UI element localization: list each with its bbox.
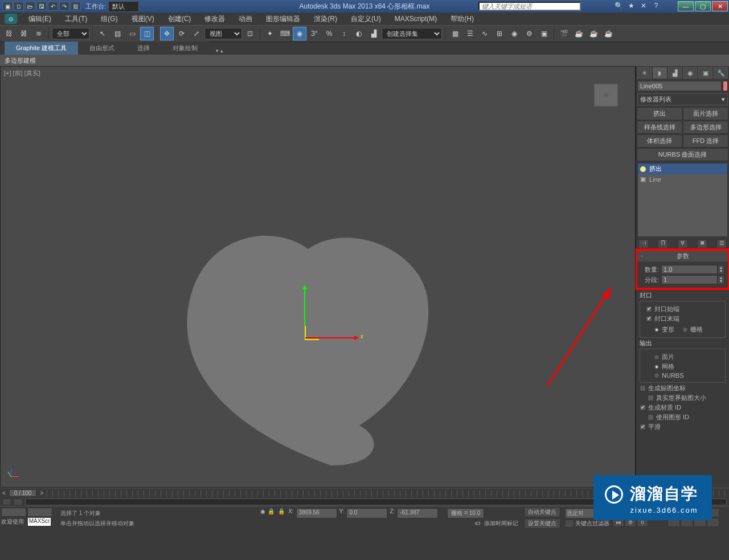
modifier-list-dropdown[interactable]: 修改器列表▾	[637, 93, 728, 105]
teapot2-icon[interactable]: ☕	[587, 27, 600, 40]
genmat-checkbox[interactable]: ✔	[640, 404, 646, 411]
output-nurbs-radio[interactable]	[654, 373, 660, 378]
color-swatch[interactable]	[723, 81, 728, 91]
cap-end-checkbox[interactable]: ✔	[646, 316, 652, 322]
help-icon[interactable]: ?	[652, 2, 661, 11]
material-editor-icon[interactable]: ◉	[507, 27, 521, 40]
undo-icon[interactable]: ↶	[48, 2, 58, 11]
new-icon[interactable]: 🗋	[14, 2, 24, 11]
iso-icon[interactable]: ◉	[260, 508, 265, 518]
key-icon[interactable]	[565, 520, 574, 528]
setkey-button[interactable]: 设置关键点	[524, 518, 560, 529]
help-search-input[interactable]	[478, 2, 581, 11]
modbtn-volsel[interactable]: 体积选择	[637, 134, 682, 148]
output-mesh-radio[interactable]	[654, 364, 660, 370]
trackbar-toggle-icon[interactable]	[2, 498, 11, 505]
mirror-icon[interactable]: ▟	[367, 27, 380, 40]
move-tool-icon[interactable]: ✥	[160, 27, 174, 40]
viewport[interactable]: [+] [前] [真实] x 前	[0, 66, 636, 488]
app-logo-icon[interactable]: ⊙	[5, 14, 17, 24]
search-icon[interactable]: 🔍	[614, 2, 623, 11]
lock2-icon[interactable]: 🔒	[278, 508, 286, 518]
named-selset-dropdown[interactable]: 创建选择集	[382, 28, 442, 39]
modify-tab-icon[interactable]: ◗	[653, 67, 667, 79]
stack-item-extrude[interactable]: 挤出	[638, 163, 727, 174]
keyboard-shortcut-icon[interactable]: ⌨	[278, 27, 292, 40]
viewcube[interactable]: 前	[594, 84, 618, 107]
utilities-tab-icon[interactable]: 🔧	[714, 67, 728, 79]
genmap-checkbox[interactable]	[640, 385, 646, 391]
snap-toggle-icon[interactable]: ◉	[293, 27, 306, 40]
menu-help[interactable]: 帮助(H)	[444, 13, 481, 26]
menu-customize[interactable]: 自定义(U)	[344, 13, 388, 26]
menu-modifiers[interactable]: 修改器	[198, 13, 232, 26]
menu-group[interactable]: 组(G)	[94, 13, 124, 26]
display-tab-icon[interactable]: ▣	[698, 67, 712, 79]
timetag-icon[interactable]: 🏷	[475, 520, 481, 526]
modifier-stack[interactable]: 挤出 ▣Line	[637, 163, 728, 237]
schematic-icon[interactable]: ⊞	[493, 27, 506, 40]
render-prod-icon[interactable]: 🎬	[557, 27, 571, 40]
named-sel-icon[interactable]: ◐	[352, 27, 366, 40]
close-button[interactable]: ✕	[712, 1, 728, 11]
window-crossing-icon[interactable]: ◫	[140, 27, 154, 40]
layers-icon[interactable]: ☰	[463, 27, 477, 40]
coord-z-input[interactable]: -61.387	[397, 508, 438, 518]
stack-item-line[interactable]: ▣Line	[638, 174, 727, 184]
menu-edit[interactable]: 编辑(E)	[22, 13, 58, 26]
rotate-tool-icon[interactable]: ⟳	[175, 27, 189, 40]
teapot3-icon[interactable]: ☕	[601, 27, 615, 40]
curve-editor-icon[interactable]: ∿	[478, 27, 492, 40]
time-slider-knob[interactable]: 0 / 100	[9, 489, 37, 497]
modbtn-ffdsel[interactable]: FFD 选择	[683, 134, 728, 148]
save-icon[interactable]: 🖫	[36, 2, 47, 11]
lock-icon[interactable]: 🔒	[268, 508, 276, 518]
remove-mod-icon[interactable]: ✖	[697, 239, 707, 248]
minimize-button[interactable]: —	[678, 1, 694, 11]
gizmo-x-axis[interactable]	[305, 337, 358, 338]
key-filters-button[interactable]: 关键点过滤器	[575, 520, 609, 528]
menu-tools[interactable]: 工具(T)	[58, 13, 94, 26]
viewport-label[interactable]: [+] [前] [真实]	[4, 69, 40, 77]
coord-y-input[interactable]: 0.0	[346, 508, 387, 518]
select-name-icon[interactable]: ▤	[110, 27, 124, 40]
bind-spacewarp-icon[interactable]: ≋	[32, 27, 46, 40]
params-rollout-header[interactable]: 参数	[637, 251, 728, 261]
segments-spinner[interactable]: ▲▼	[718, 275, 724, 284]
scale-tool-icon[interactable]: ⤢	[190, 27, 203, 40]
favorite-icon[interactable]: ★	[626, 2, 636, 11]
smooth-checkbox[interactable]: ✔	[640, 424, 646, 430]
gizmo-y-axis[interactable]	[304, 286, 305, 326]
unique-icon[interactable]: ∀	[678, 239, 688, 248]
ribbon-tab-selection[interactable]: 选择	[126, 42, 161, 55]
app-menu-icon[interactable]: ▣	[2, 2, 13, 11]
menu-create[interactable]: 创建(C)	[161, 13, 198, 26]
grid-radio[interactable]	[682, 327, 688, 333]
hierarchy-tab-icon[interactable]: ▟	[668, 67, 682, 79]
script-btn1[interactable]	[1, 508, 26, 517]
manipulate-icon[interactable]: ✦	[263, 27, 277, 40]
unlink-tool-icon[interactable]: ⛓̸	[17, 27, 31, 40]
ribbon-expand-icon[interactable]: ▾ ▴	[212, 47, 227, 55]
menu-maxscript[interactable]: MAXScript(M)	[388, 13, 444, 24]
select-object-icon[interactable]: ↖	[96, 27, 109, 40]
amount-input[interactable]	[661, 265, 718, 274]
cap-start-checkbox[interactable]: ✔	[646, 306, 652, 312]
ref-coord-dropdown[interactable]: 视图	[204, 28, 242, 39]
amount-spinner[interactable]: ▲▼	[718, 265, 724, 274]
realworld-checkbox[interactable]	[648, 395, 654, 401]
pin-stack-icon[interactable]: ⊣	[638, 239, 649, 248]
selection-filter-dropdown[interactable]: 全部	[52, 28, 89, 39]
modbtn-splinesel[interactable]: 样条线选择	[637, 121, 682, 134]
workspace-dropdown[interactable]: 默认	[108, 1, 139, 12]
show-end-icon[interactable]: П	[658, 239, 668, 248]
render-frame-icon[interactable]: ▣	[537, 27, 551, 40]
script-btn2[interactable]	[27, 508, 52, 517]
ribbon-tab-freeform[interactable]: 自由形式	[78, 42, 126, 55]
coord-x-input[interactable]: 3869.56	[296, 508, 337, 518]
open-icon[interactable]: 🗁	[25, 2, 35, 11]
align-icon[interactable]: ▦	[448, 27, 462, 40]
lightbulb-icon[interactable]	[640, 166, 646, 172]
motion-tab-icon[interactable]: ◉	[683, 67, 697, 79]
maximize-button[interactable]: ▢	[695, 1, 711, 11]
